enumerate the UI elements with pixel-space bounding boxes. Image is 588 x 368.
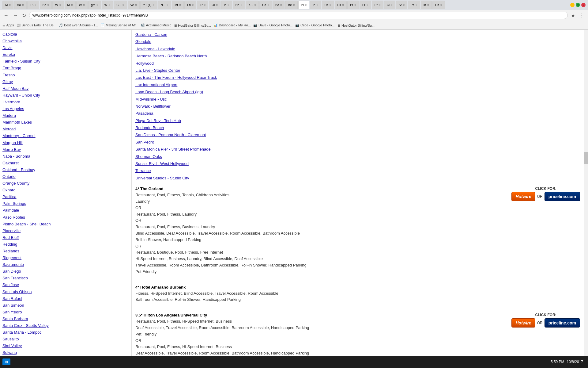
bookmark-dave[interactable]: 📷 Dave - Google Photo...	[253, 23, 293, 27]
sidebar-link-los-angeles[interactable]: Los Angeles	[2, 105, 129, 112]
link-san-pedro[interactable]: San Pedro	[135, 139, 580, 146]
sidebar-link-redlands[interactable]: Redlands	[2, 248, 129, 255]
sidebar-link-san-francisco[interactable]: San Francisco	[2, 275, 129, 282]
sidebar-link-san-diego[interactable]: San Diego	[2, 268, 129, 275]
sidebar-link-palmdale[interactable]: Palmdale	[2, 207, 129, 214]
start-button[interactable]: ⊞	[2, 358, 10, 365]
sidebar-link-napa[interactable]: Napa - Sonoma	[2, 153, 129, 160]
sidebar-link-oxnard[interactable]: Oxnard	[2, 187, 129, 194]
sidebar-link-merced[interactable]: Merced	[2, 126, 129, 132]
tab-us[interactable]: Us×	[322, 1, 334, 9]
sidebar-link-madera[interactable]: Madera	[2, 112, 129, 119]
tab-k[interactable]: K...×	[246, 1, 259, 9]
link-hermosa[interactable]: Hermosa Beach - Redondo Beach North	[135, 52, 580, 59]
tab-15[interactable]: 15×	[27, 1, 39, 9]
tab-pr3[interactable]: Pr×	[372, 1, 383, 9]
forward-button[interactable]: →	[12, 12, 19, 19]
tab-pi-active[interactable]: Pi×	[298, 1, 310, 9]
tab-co[interactable]: Co×	[259, 1, 272, 9]
sidebar-link-sausalito[interactable]: Sausalito	[2, 336, 129, 343]
sidebar-link-fort-bragg[interactable]: Fort Bragg	[2, 65, 129, 71]
sidebar-link-ridgecrest[interactable]: Ridgecrest	[2, 255, 129, 261]
priceline-button-hilton[interactable]: priceline.com	[545, 318, 580, 328]
sidebar-link-solvang[interactable]: Solvang	[2, 349, 129, 356]
link-hollywood[interactable]: Hollywood	[135, 60, 580, 67]
sidebar-link-eureka[interactable]: Eureka	[2, 51, 129, 58]
sidebar-link-san-jose[interactable]: San Jose	[2, 282, 129, 288]
sidebar-link-fairfield[interactable]: Fairfield - Suisun City	[2, 58, 129, 65]
menu-button[interactable]: ⋮	[578, 12, 586, 19]
sidebar-link-livermore[interactable]: Livermore	[2, 99, 129, 105]
sidebar-link-monterey[interactable]: Monterey - Carmel	[2, 132, 129, 139]
tab-ch[interactable]: Ch×	[432, 1, 445, 9]
address-input[interactable]	[29, 12, 568, 19]
link-playa-del-rey[interactable]: Playa Del Rey - Tech Hub	[135, 117, 580, 124]
sidebar-link-capitola[interactable]: Capitola	[2, 31, 129, 38]
bookmark-acclaimed[interactable]: 🎼 Acclaimed Music	[141, 23, 171, 27]
link-santa-monica[interactable]: Santa Monica Pier - 3rd Street Promenade	[135, 146, 580, 153]
tab-ps[interactable]: Ps×	[335, 1, 347, 9]
link-san-dimas[interactable]: San Dimas - Pomona North - Claremont	[135, 131, 580, 138]
back-button[interactable]: ←	[2, 12, 10, 19]
link-norwalk[interactable]: Norwalk - Bellflower	[135, 103, 580, 110]
bookmark-cece[interactable]: 📷 Cece - Google Photo...	[295, 23, 335, 27]
sidebar-link-san-ysidro[interactable]: San Ysidro	[2, 309, 129, 316]
bookmark-making-sense[interactable]: 📄 Making Sense of Aff...	[100, 23, 138, 27]
tab-m2[interactable]: M×	[65, 1, 76, 9]
sidebar-link-morgan-hill[interactable]: Morgan Hill	[2, 140, 129, 146]
sidebar-link-chowchilla[interactable]: Chowchilla	[2, 38, 129, 44]
sidebar-link-santa-barbara[interactable]: Santa Barbara	[2, 316, 129, 322]
sidebar-link-pismo-beach[interactable]: Pismo Beach - Shell Beach	[2, 221, 129, 228]
sidebar-link-orange-county[interactable]: Orange County	[2, 180, 129, 187]
tab-w1[interactable]: W×	[52, 1, 64, 9]
tab-w2[interactable]: W×	[76, 1, 88, 9]
close-button[interactable]: ×	[581, 3, 586, 7]
tab-le[interactable]: le×	[221, 1, 232, 9]
link-sherman-oaks[interactable]: Sherman Oaks	[135, 153, 580, 160]
reload-button[interactable]: ↻	[21, 12, 27, 19]
sidebar-link-santa-maria[interactable]: Santa Maria - Lompoc	[2, 329, 129, 336]
hotwire-button-hilton[interactable]: Hotwire	[511, 318, 535, 328]
link-redondo-beach[interactable]: Redondo Beach	[135, 124, 580, 131]
link-torrance[interactable]: Torrance	[135, 167, 580, 174]
sidebar-link-ontario[interactable]: Ontario	[2, 173, 129, 180]
tab-bc[interactable]: Bc×	[40, 1, 52, 9]
sidebar-link-san-simeon[interactable]: San Simeon	[2, 302, 129, 309]
tab-fri[interactable]: Fri×	[184, 1, 197, 9]
link-la-live[interactable]: L.a. Live - Staples Center	[135, 67, 580, 74]
tab-inf[interactable]: Inf×	[172, 1, 184, 9]
sidebar-link-gilroy[interactable]: Gilroy	[2, 79, 129, 85]
bookmark-apps[interactable]: ☷ Apps	[2, 23, 14, 27]
link-lax-east[interactable]: Lax East - The Forum - Hollywood Race Tr…	[135, 74, 580, 81]
link-lax-intl[interactable]: Lax International Airport	[135, 81, 580, 88]
bookmark-hostgator2[interactable]: 🖥 HostGator Billing/Su...	[337, 24, 375, 27]
scrollbar-thumb[interactable]	[584, 152, 588, 164]
link-gardena-carson[interactable]: Gardena - Carson	[135, 31, 580, 38]
tab-in2[interactable]: In×	[421, 1, 432, 9]
tab-in[interactable]: In×	[310, 1, 321, 9]
sidebar-link-oakland[interactable]: Oakland - Eastbay	[2, 167, 129, 173]
sidebar-link-san-luis-obispo[interactable]: San Luis Obispo	[2, 289, 129, 295]
sidebar-link-oakhurst[interactable]: Oakhurst	[2, 160, 129, 167]
minimize-button[interactable]: ─	[570, 3, 575, 7]
tab-w3[interactable]: W×	[102, 1, 113, 9]
tab-ve[interactable]: Ve×	[128, 1, 140, 9]
link-hawthorne[interactable]: Hawthorne - Lawndale	[135, 45, 580, 52]
sidebar-link-placerville[interactable]: Placerville	[2, 228, 129, 234]
sidebar-link-half-moon-bay[interactable]: Half Moon Bay	[2, 85, 129, 92]
tab-be[interactable]: Be×	[285, 1, 297, 9]
bookmark-serious-eats[interactable]: 📰 Serious Eats: The De...	[17, 23, 57, 27]
tab-bc2[interactable]: Bc×	[273, 1, 285, 9]
scrollbar[interactable]	[584, 30, 588, 368]
tab-c[interactable]: C...×	[114, 1, 127, 9]
sidebar-link-davis[interactable]: Davis	[2, 44, 129, 51]
sidebar-link-fresno[interactable]: Fresno	[2, 72, 129, 79]
link-glendale[interactable]: Glendale	[135, 38, 580, 45]
sidebar-link-san-rafael[interactable]: San Rafael	[2, 295, 129, 302]
link-sunset-blvd[interactable]: Sunset Blvd - West Hollywood	[135, 160, 580, 167]
sidebar-link-simi-valley[interactable]: Simi Valley	[2, 343, 129, 349]
bookmark-star[interactable]: ★	[570, 12, 576, 19]
tab-ho[interactable]: Ho×	[14, 1, 27, 9]
sidebar-link-sacramento[interactable]: Sacramento	[2, 261, 129, 268]
tab-gm[interactable]: gm×	[88, 1, 101, 9]
